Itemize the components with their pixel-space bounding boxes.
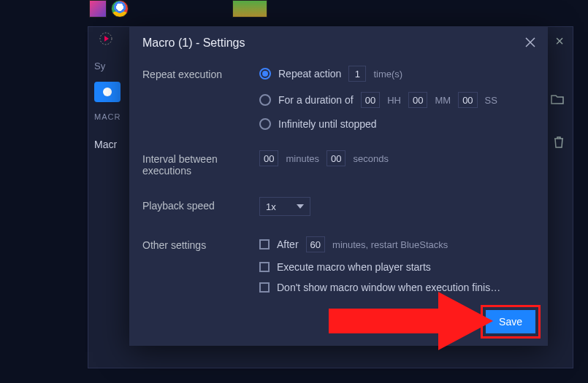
restart-minutes-input[interactable]: 60 — [306, 236, 325, 252]
other-label: Other settings — [142, 236, 259, 293]
restart-checkbox[interactable] — [259, 239, 270, 249]
repeat-duration-text: For a duration of — [278, 94, 354, 106]
macro-row-label: Macr — [94, 139, 129, 150]
duration-hh-input[interactable]: 00 — [361, 92, 380, 108]
repeat-infinite-radio[interactable] — [259, 118, 271, 130]
execute-on-start-text: Execute macro when player starts — [277, 261, 431, 273]
save-highlight: Save — [481, 305, 541, 338]
interval-seconds-input[interactable]: 00 — [327, 150, 345, 166]
svg-marker-1 — [104, 36, 109, 42]
apps-icon[interactable] — [89, 0, 107, 18]
interval-seconds-label: seconds — [353, 153, 388, 164]
repeat-label: Repeat execution — [142, 66, 259, 130]
repeat-action-suffix: time(s) — [373, 69, 402, 80]
speed-select[interactable]: 1x — [259, 197, 310, 216]
game-icon[interactable] — [232, 0, 267, 18]
hh-label: HH — [387, 95, 401, 106]
dont-show-text: Don't show macro window when execution f… — [277, 282, 500, 293]
chrome-icon[interactable] — [111, 0, 129, 18]
window-close-icon[interactable]: × — [555, 33, 564, 50]
execute-on-start-checkbox[interactable] — [259, 262, 270, 272]
record-icon — [99, 31, 113, 46]
restart-prefix: After — [277, 239, 299, 250]
duration-mm-input[interactable]: 00 — [408, 92, 427, 108]
interval-minutes-input[interactable]: 00 — [259, 150, 278, 166]
record-button[interactable] — [94, 82, 121, 102]
dialog-title: Macro (1) - Settings — [129, 26, 548, 60]
restart-suffix: minutes, restart BlueStacks — [332, 239, 448, 250]
chevron-down-icon — [297, 204, 304, 209]
repeat-action-radio[interactable] — [259, 68, 271, 80]
ss-label: SS — [485, 95, 497, 106]
mm-label: MM — [435, 95, 451, 106]
speed-value: 1x — [266, 201, 276, 212]
sy-label: Sy — [94, 61, 129, 71]
save-button[interactable]: Save — [486, 310, 535, 333]
repeat-options: Repeat action 1 time(s) For a duration o… — [259, 66, 535, 130]
macro-settings-dialog: Macro (1) - Settings Repeat execution Re… — [129, 26, 548, 346]
dialog-close-button[interactable] — [522, 34, 539, 51]
folder-icon[interactable] — [551, 94, 564, 107]
repeat-duration-radio[interactable] — [259, 94, 271, 106]
dont-show-checkbox[interactable] — [259, 282, 270, 293]
taskbar — [89, 0, 129, 18]
repeat-action-text: Repeat action — [278, 68, 341, 80]
duration-ss-input[interactable]: 00 — [458, 92, 477, 108]
interval-label: Interval between executions — [142, 150, 259, 177]
speed-label: Playback speed — [142, 197, 259, 216]
macro-tab-label: MACR — [94, 112, 129, 121]
interval-minutes-label: minutes — [286, 153, 319, 164]
repeat-action-count-input[interactable]: 1 — [348, 66, 366, 82]
trash-icon[interactable] — [554, 136, 564, 150]
repeat-infinite-text: Infinitely until stopped — [278, 118, 377, 130]
